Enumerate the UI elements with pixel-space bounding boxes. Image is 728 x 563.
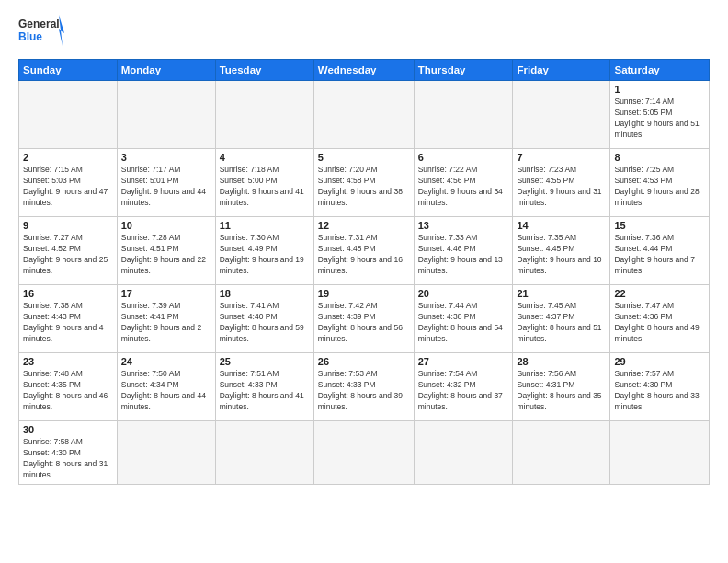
day-number: 20 (418, 288, 509, 299)
day-cell (117, 421, 215, 485)
day-info: Sunrise: 7:57 AM Sunset: 4:30 PM Dayligh… (614, 369, 705, 413)
day-number: 3 (121, 152, 211, 163)
col-header-thursday: Thursday (414, 60, 513, 81)
day-cell: 3Sunrise: 7:17 AM Sunset: 5:01 PM Daylig… (117, 149, 215, 217)
logo: General Blue (18, 15, 64, 50)
day-info: Sunrise: 7:18 AM Sunset: 5:00 PM Dayligh… (220, 165, 310, 209)
day-info: Sunrise: 7:20 AM Sunset: 4:58 PM Dayligh… (318, 165, 410, 209)
day-number: 5 (318, 152, 410, 163)
week-row-3: 9Sunrise: 7:27 AM Sunset: 4:52 PM Daylig… (19, 217, 710, 285)
day-info: Sunrise: 7:14 AM Sunset: 5:05 PM Dayligh… (614, 97, 705, 141)
day-info: Sunrise: 7:47 AM Sunset: 4:36 PM Dayligh… (614, 301, 705, 345)
day-cell: 16Sunrise: 7:38 AM Sunset: 4:43 PM Dayli… (19, 285, 118, 353)
day-cell (414, 421, 513, 485)
day-cell (19, 81, 118, 149)
day-cell: 22Sunrise: 7:47 AM Sunset: 4:36 PM Dayli… (610, 285, 710, 353)
day-number: 21 (517, 288, 606, 299)
day-cell: 4Sunrise: 7:18 AM Sunset: 5:00 PM Daylig… (215, 149, 313, 217)
day-info: Sunrise: 7:23 AM Sunset: 4:55 PM Dayligh… (517, 165, 606, 209)
day-number: 10 (121, 220, 211, 231)
day-cell (414, 81, 513, 149)
day-info: Sunrise: 7:53 AM Sunset: 4:33 PM Dayligh… (318, 369, 410, 413)
logo-svg: General Blue (18, 15, 64, 50)
day-number: 9 (23, 220, 113, 231)
day-cell (215, 421, 313, 485)
day-info: Sunrise: 7:33 AM Sunset: 4:46 PM Dayligh… (418, 233, 509, 277)
day-cell (313, 81, 414, 149)
day-cell: 14Sunrise: 7:35 AM Sunset: 4:45 PM Dayli… (513, 217, 610, 285)
svg-text:General: General (18, 17, 60, 30)
day-cell (215, 81, 313, 149)
day-cell: 18Sunrise: 7:41 AM Sunset: 4:40 PM Dayli… (215, 285, 313, 353)
day-number: 12 (318, 220, 410, 231)
day-info: Sunrise: 7:45 AM Sunset: 4:37 PM Dayligh… (517, 301, 606, 345)
day-info: Sunrise: 7:39 AM Sunset: 4:41 PM Dayligh… (121, 301, 211, 345)
day-info: Sunrise: 7:36 AM Sunset: 4:44 PM Dayligh… (614, 233, 705, 277)
day-cell (610, 421, 710, 485)
day-cell: 30Sunrise: 7:58 AM Sunset: 4:30 PM Dayli… (19, 421, 118, 485)
col-header-tuesday: Tuesday (215, 60, 313, 81)
day-cell: 7Sunrise: 7:23 AM Sunset: 4:55 PM Daylig… (513, 149, 610, 217)
col-header-monday: Monday (117, 60, 215, 81)
week-row-1: 1Sunrise: 7:14 AM Sunset: 5:05 PM Daylig… (19, 81, 710, 149)
day-number: 14 (517, 220, 606, 231)
svg-marker-2 (59, 15, 64, 46)
day-cell: 11Sunrise: 7:30 AM Sunset: 4:49 PM Dayli… (215, 217, 313, 285)
day-cell: 29Sunrise: 7:57 AM Sunset: 4:30 PM Dayli… (610, 353, 710, 421)
day-cell: 19Sunrise: 7:42 AM Sunset: 4:39 PM Dayli… (313, 285, 414, 353)
day-cell: 20Sunrise: 7:44 AM Sunset: 4:38 PM Dayli… (414, 285, 513, 353)
day-number: 25 (220, 356, 310, 367)
week-row-6: 30Sunrise: 7:58 AM Sunset: 4:30 PM Dayli… (19, 421, 710, 485)
day-number: 24 (121, 356, 211, 367)
day-info: Sunrise: 7:27 AM Sunset: 4:52 PM Dayligh… (23, 233, 113, 277)
day-number: 23 (23, 356, 113, 367)
day-cell: 26Sunrise: 7:53 AM Sunset: 4:33 PM Dayli… (313, 353, 414, 421)
day-number: 4 (220, 152, 310, 163)
day-info: Sunrise: 7:42 AM Sunset: 4:39 PM Dayligh… (318, 301, 410, 345)
day-cell: 13Sunrise: 7:33 AM Sunset: 4:46 PM Dayli… (414, 217, 513, 285)
day-info: Sunrise: 7:28 AM Sunset: 4:51 PM Dayligh… (121, 233, 211, 277)
day-number: 22 (614, 288, 705, 299)
day-number: 18 (220, 288, 310, 299)
day-info: Sunrise: 7:35 AM Sunset: 4:45 PM Dayligh… (517, 233, 606, 277)
day-cell: 25Sunrise: 7:51 AM Sunset: 4:33 PM Dayli… (215, 353, 313, 421)
day-number: 28 (517, 356, 606, 367)
day-number: 7 (517, 152, 606, 163)
day-info: Sunrise: 7:56 AM Sunset: 4:31 PM Dayligh… (517, 369, 606, 413)
page: General Blue SundayMondayTuesdayWednesda… (0, 0, 728, 563)
calendar: SundayMondayTuesdayWednesdayThursdayFrid… (18, 59, 710, 485)
col-header-sunday: Sunday (19, 60, 118, 81)
day-cell: 15Sunrise: 7:36 AM Sunset: 4:44 PM Dayli… (610, 217, 710, 285)
day-cell: 9Sunrise: 7:27 AM Sunset: 4:52 PM Daylig… (19, 217, 118, 285)
day-cell: 21Sunrise: 7:45 AM Sunset: 4:37 PM Dayli… (513, 285, 610, 353)
day-info: Sunrise: 7:50 AM Sunset: 4:34 PM Dayligh… (121, 369, 211, 413)
day-info: Sunrise: 7:38 AM Sunset: 4:43 PM Dayligh… (23, 301, 113, 345)
calendar-header-row: SundayMondayTuesdayWednesdayThursdayFrid… (19, 60, 710, 81)
day-cell: 27Sunrise: 7:54 AM Sunset: 4:32 PM Dayli… (414, 353, 513, 421)
day-number: 29 (614, 356, 705, 367)
day-info: Sunrise: 7:51 AM Sunset: 4:33 PM Dayligh… (220, 369, 310, 413)
day-number: 6 (418, 152, 509, 163)
day-info: Sunrise: 7:48 AM Sunset: 4:35 PM Dayligh… (23, 369, 113, 413)
day-number: 15 (614, 220, 705, 231)
day-cell: 6Sunrise: 7:22 AM Sunset: 4:56 PM Daylig… (414, 149, 513, 217)
day-number: 19 (318, 288, 410, 299)
col-header-saturday: Saturday (610, 60, 710, 81)
day-cell: 12Sunrise: 7:31 AM Sunset: 4:48 PM Dayli… (313, 217, 414, 285)
day-cell: 2Sunrise: 7:15 AM Sunset: 5:03 PM Daylig… (19, 149, 118, 217)
day-cell: 5Sunrise: 7:20 AM Sunset: 4:58 PM Daylig… (313, 149, 414, 217)
day-cell: 24Sunrise: 7:50 AM Sunset: 4:34 PM Dayli… (117, 353, 215, 421)
day-info: Sunrise: 7:25 AM Sunset: 4:53 PM Dayligh… (614, 165, 705, 209)
day-number: 30 (23, 424, 113, 435)
week-row-5: 23Sunrise: 7:48 AM Sunset: 4:35 PM Dayli… (19, 353, 710, 421)
day-number: 13 (418, 220, 509, 231)
day-number: 2 (23, 152, 113, 163)
col-header-wednesday: Wednesday (313, 60, 414, 81)
day-number: 8 (614, 152, 705, 163)
day-info: Sunrise: 7:17 AM Sunset: 5:01 PM Dayligh… (121, 165, 211, 209)
day-info: Sunrise: 7:31 AM Sunset: 4:48 PM Dayligh… (318, 233, 410, 277)
day-number: 1 (614, 84, 705, 95)
day-number: 26 (318, 356, 410, 367)
day-cell: 23Sunrise: 7:48 AM Sunset: 4:35 PM Dayli… (19, 353, 118, 421)
header: General Blue (18, 15, 710, 50)
